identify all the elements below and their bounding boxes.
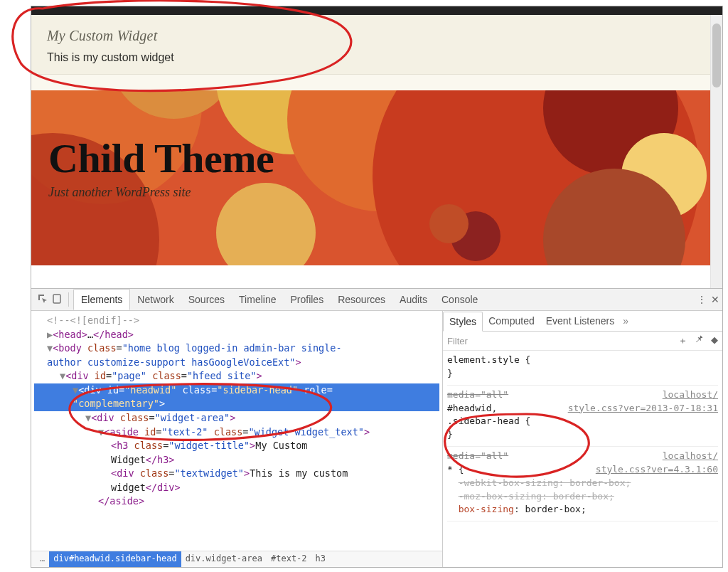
inspect-icon[interactable]	[36, 294, 50, 306]
tab-elements[interactable]: Elements	[73, 289, 130, 310]
custom-widget-area: My Custom Widget This is my custom widge…	[31, 15, 722, 75]
device-mode-icon[interactable]	[50, 294, 64, 306]
wp-admin-bar[interactable]	[31, 6, 722, 15]
devtools-tabbar: Elements Network Sources Timeline Profil…	[31, 289, 722, 311]
tab-profiles[interactable]: Profiles	[283, 289, 331, 310]
color-swatch-icon[interactable]: ◆	[711, 334, 718, 347]
styles-tab-styles[interactable]: Styles	[443, 312, 483, 332]
styles-filter-input[interactable]: Filter	[447, 336, 468, 346]
tab-sources[interactable]: Sources	[181, 289, 232, 310]
tab-network[interactable]: Network	[130, 289, 181, 310]
dom-breadcrumbs[interactable]: … div#headwid.sidebar-head div.widget-ar…	[31, 551, 442, 567]
styles-more-icon[interactable]: »	[623, 315, 628, 327]
tab-audits[interactable]: Audits	[392, 289, 434, 310]
styles-tab-computed[interactable]: Computed	[483, 311, 540, 331]
widget-body: This is my custom widget	[47, 51, 707, 64]
new-rule-icon[interactable]: ＋	[678, 334, 687, 347]
browser-frame: My Custom Widget This is my custom widge…	[31, 6, 723, 568]
site-tagline: Just another WordPress site	[48, 185, 274, 200]
css-rules[interactable]: element.style {} localhost/ media="all" …	[443, 351, 722, 524]
devtools-close-icon[interactable]: ✕	[711, 294, 719, 305]
devtools-menu-icon[interactable]: ⋮	[697, 294, 707, 305]
styles-tab-eventlisteners[interactable]: Event Listeners	[540, 311, 621, 331]
tab-timeline[interactable]: Timeline	[232, 289, 283, 310]
site-header: Child Theme Just another WordPress site	[31, 90, 722, 265]
tab-console[interactable]: Console	[434, 289, 485, 310]
widget-title: My Custom Widget	[47, 28, 707, 44]
tab-resources[interactable]: Resources	[331, 289, 392, 310]
site-title[interactable]: Child Theme	[48, 134, 274, 182]
pin-icon[interactable]: 📌︎	[695, 334, 704, 346]
page-scrollbar[interactable]	[710, 15, 722, 298]
devtools-panel: Elements Network Sources Timeline Profil…	[31, 288, 722, 567]
svg-rect-0	[53, 295, 60, 303]
dom-tree[interactable]: <!--<![endif]--> <head>…</head> <body cl…	[31, 311, 443, 567]
styles-pane: Styles Computed Event Listeners » Filter…	[443, 311, 722, 567]
